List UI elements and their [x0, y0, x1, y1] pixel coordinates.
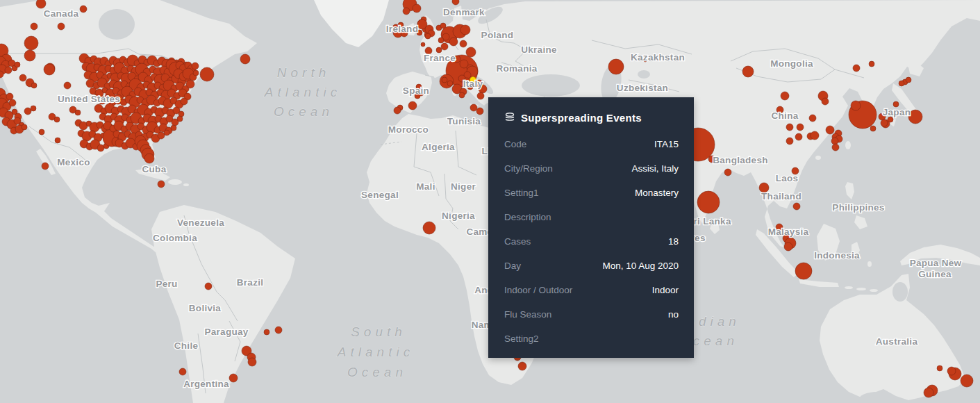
event-marker[interactable] [421, 42, 425, 47]
event-marker[interactable] [158, 181, 165, 188]
event-marker[interactable] [822, 98, 829, 105]
event-marker[interactable] [470, 104, 477, 111]
event-marker[interactable] [881, 120, 888, 126]
event-marker[interactable] [436, 47, 442, 53]
event-marker[interactable] [54, 117, 60, 122]
event-marker[interactable] [193, 70, 199, 76]
event-marker[interactable] [797, 124, 804, 131]
event-marker[interactable] [186, 80, 194, 88]
event-marker[interactable] [24, 36, 38, 50]
event-marker[interactable] [742, 66, 754, 77]
event-marker[interactable] [608, 59, 624, 74]
ocean-label: Ocean [347, 365, 407, 379]
event-marker[interactable] [6, 93, 13, 100]
event-marker[interactable] [831, 138, 838, 145]
event-marker[interactable] [55, 138, 60, 143]
event-marker[interactable] [19, 74, 26, 81]
event-marker[interactable] [75, 110, 81, 115]
event-marker[interactable] [144, 154, 154, 163]
event-marker[interactable] [888, 117, 893, 122]
event-marker[interactable] [811, 131, 819, 140]
event-marker[interactable] [442, 77, 447, 83]
event-marker[interactable] [781, 92, 789, 100]
event-marker[interactable] [275, 327, 282, 334]
event-marker[interactable] [459, 92, 465, 98]
event-marker[interactable] [158, 132, 165, 139]
event-marker[interactable] [80, 6, 87, 13]
event-marker[interactable] [192, 63, 199, 69]
event-marker[interactable] [947, 367, 956, 375]
event-marker[interactable] [394, 107, 401, 114]
event-marker[interactable] [39, 129, 44, 135]
event-marker[interactable] [24, 108, 31, 115]
event-marker[interactable] [786, 138, 793, 145]
event-marker[interactable] [177, 116, 183, 122]
event-marker[interactable] [423, 222, 435, 234]
event-marker[interactable] [403, 8, 410, 15]
event-marker[interactable] [832, 144, 839, 151]
event-marker[interactable] [15, 62, 20, 67]
event-marker[interactable] [869, 61, 874, 67]
event-marker[interactable] [441, 43, 448, 50]
event-marker[interactable] [64, 82, 71, 89]
event-marker[interactable] [408, 101, 417, 110]
event-marker[interactable] [724, 169, 731, 176]
event-marker[interactable] [229, 374, 238, 382]
event-marker[interactable] [200, 67, 214, 81]
event-marker[interactable] [31, 83, 37, 88]
event-marker[interactable] [961, 375, 973, 387]
event-marker[interactable] [795, 133, 802, 140]
event-marker[interactable] [31, 23, 38, 30]
event-marker[interactable] [36, 0, 46, 8]
country-label: Paraguay [204, 327, 248, 337]
event-marker[interactable] [899, 81, 904, 86]
event-marker[interactable] [906, 77, 911, 83]
tooltip-row-description: Description [504, 205, 679, 229]
event-marker[interactable] [171, 125, 176, 131]
event-marker[interactable] [425, 33, 431, 39]
event-marker[interactable] [264, 329, 269, 335]
event-marker[interactable] [460, 40, 467, 47]
event-marker[interactable] [786, 124, 793, 131]
event-marker[interactable] [248, 358, 256, 366]
event-marker[interactable] [809, 115, 816, 122]
event-marker[interactable] [795, 263, 812, 279]
event-marker[interactable] [460, 25, 470, 35]
event-marker[interactable] [24, 50, 35, 61]
event-marker[interactable] [466, 47, 476, 57]
event-marker[interactable] [97, 145, 104, 151]
event-marker[interactable] [31, 106, 36, 111]
event-marker[interactable] [240, 54, 250, 64]
event-marker[interactable] [447, 81, 453, 86]
event-marker[interactable] [42, 163, 49, 170]
event-marker[interactable] [477, 92, 484, 99]
event-marker[interactable] [893, 101, 899, 107]
event-marker[interactable] [58, 23, 65, 30]
event-marker[interactable] [793, 203, 800, 210]
event-marker[interactable] [870, 126, 876, 131]
event-marker[interactable] [452, 0, 459, 5]
event-marker[interactable] [44, 64, 55, 75]
event-marker[interactable] [697, 191, 720, 213]
event-marker[interactable] [179, 368, 186, 375]
event-marker[interactable] [413, 4, 421, 13]
event-marker[interactable] [937, 365, 942, 371]
event-marker[interactable] [449, 38, 458, 46]
event-marker[interactable] [181, 98, 188, 105]
event-marker[interactable] [9, 99, 16, 106]
event-marker[interactable] [164, 130, 169, 135]
event-marker[interactable] [826, 126, 834, 134]
event-marker[interactable] [5, 67, 12, 74]
country-label: Chile [174, 340, 199, 351]
event-marker[interactable] [851, 101, 861, 110]
event-marker[interactable] [476, 108, 483, 115]
event-marker[interactable] [22, 124, 27, 130]
event-marker[interactable] [784, 242, 792, 251]
event-marker[interactable] [438, 38, 444, 43]
event-marker[interactable] [853, 65, 860, 72]
event-marker[interactable] [518, 362, 526, 370]
map-application: CanadaUnited StatesMexicoCubaVenezuelaCo… [0, 0, 980, 403]
country-label: China [771, 110, 798, 121]
event-marker[interactable] [924, 388, 933, 397]
event-marker[interactable] [205, 283, 212, 290]
